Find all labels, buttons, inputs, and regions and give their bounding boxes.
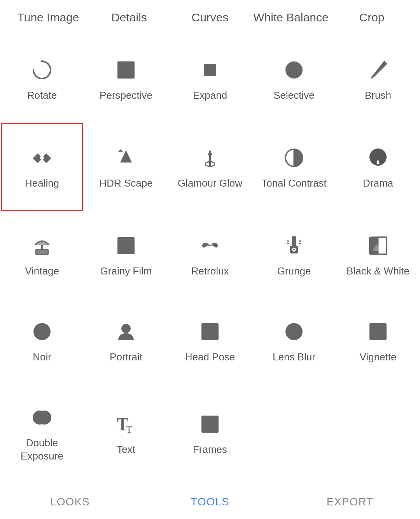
svg-rect-41 (292, 236, 296, 246)
lensblur-icon (280, 318, 308, 345)
bottom-nav: LOOKS TOOLS EXPORT (0, 487, 420, 519)
nav-export[interactable]: EXPORT (280, 496, 420, 508)
glamour-icon (196, 144, 224, 171)
tonal-icon (280, 144, 308, 171)
lensblur-label: Lens Blur (273, 351, 315, 364)
nav-looks[interactable]: LOOKS (0, 496, 140, 508)
text-label: Text (117, 443, 135, 456)
menu-details[interactable]: Details (89, 11, 170, 24)
frames-icon (196, 411, 224, 438)
frames-label: Frames (193, 443, 227, 456)
tool-expand[interactable]: Expand (168, 36, 252, 122)
tool-noir[interactable]: Noir (0, 298, 84, 384)
tool-retrolux[interactable]: Retrolux (168, 212, 252, 298)
tool-selective[interactable]: Selective (252, 36, 336, 122)
expand-icon (196, 56, 224, 84)
svg-point-54 (40, 330, 44, 333)
svg-text:T: T (126, 424, 132, 435)
grunge-label: Grunge (277, 265, 311, 278)
drama-icon (364, 144, 392, 171)
tool-black-white[interactable]: Black & White (336, 212, 420, 298)
svg-rect-39 (124, 250, 128, 253)
doubleexp-label: Double Exposure (4, 437, 80, 463)
healing-icon (28, 144, 56, 171)
svg-marker-20 (120, 150, 132, 163)
headpose-icon (196, 318, 224, 345)
hdr-label: HDR Scape (99, 177, 152, 190)
svg-rect-6 (204, 64, 216, 76)
tool-brush[interactable]: Brush (336, 36, 420, 122)
doubleexp-icon (28, 404, 56, 431)
perspective-label: Perspective (100, 89, 152, 102)
tool-text[interactable]: T T Text (84, 384, 168, 483)
vintage-label: Vintage (25, 265, 59, 278)
tool-portrait[interactable]: Portrait (84, 298, 168, 384)
vintage-icon (28, 232, 56, 259)
tool-vintage[interactable]: Vintage (0, 212, 84, 298)
bw-label: Black & White (346, 265, 410, 278)
tools-grid: Rotate Perspective Expand Selective (0, 32, 420, 487)
grainy-icon (112, 232, 140, 259)
healing-label: Healing (25, 177, 59, 190)
portrait-label: Portrait (110, 351, 142, 364)
tool-frames[interactable]: Frames (168, 384, 252, 483)
svg-rect-38 (119, 250, 122, 253)
retrolux-label: Retrolux (191, 265, 229, 278)
tool-healing[interactable]: Healing (1, 123, 83, 211)
menu-tune-image[interactable]: Tune Image (8, 11, 89, 24)
svg-rect-34 (130, 239, 133, 242)
bw-icon (364, 232, 392, 259)
noir-label: Noir (33, 351, 51, 364)
noir-icon (28, 318, 56, 345)
tool-perspective[interactable]: Perspective (84, 36, 168, 122)
tool-double-exposure[interactable]: Double Exposure (0, 384, 84, 483)
menu-curves[interactable]: Curves (170, 11, 250, 24)
grainy-label: Grainy Film (100, 265, 152, 278)
headpose-label: Head Pose (185, 351, 235, 364)
tool-vignette[interactable]: Vignette (336, 298, 420, 384)
rotate-icon (28, 56, 56, 84)
tool-grainy-film[interactable]: Grainy Film (84, 212, 168, 298)
svg-rect-40 (130, 250, 133, 253)
tonal-label: Tonal Contrast (261, 177, 327, 190)
nav-tools[interactable]: TOOLS (140, 496, 280, 508)
grunge-icon (280, 232, 308, 259)
svg-rect-32 (119, 239, 122, 242)
drama-label: Drama (363, 177, 393, 190)
tool-glamour-glow[interactable]: Glamour Glow (168, 122, 252, 212)
top-menu: Tune Image Details Curves White Balance … (0, 0, 420, 32)
svg-point-65 (37, 411, 51, 425)
svg-rect-33 (124, 239, 128, 242)
tool-grunge[interactable]: Grunge (252, 212, 336, 298)
menu-crop[interactable]: Crop (331, 11, 412, 24)
menu-white-balance[interactable]: White Balance (250, 11, 331, 24)
tool-lens-blur[interactable]: Lens Blur (252, 298, 336, 384)
tool-head-pose[interactable]: Head Pose (168, 298, 252, 384)
svg-rect-29 (41, 245, 43, 250)
brush-label: Brush (365, 89, 391, 102)
svg-rect-37 (130, 244, 133, 247)
text-icon: T T (112, 411, 140, 438)
retrolux-icon (196, 232, 224, 259)
tool-rotate[interactable]: Rotate (0, 36, 84, 122)
selective-label: Selective (273, 89, 315, 102)
glamour-label: Glamour Glow (178, 177, 242, 190)
vignette-icon (364, 318, 392, 345)
expand-label: Expand (193, 89, 227, 102)
tool-drama[interactable]: Drama (336, 122, 420, 212)
svg-point-16 (292, 68, 296, 72)
svg-point-63 (374, 328, 382, 336)
svg-rect-36 (124, 244, 128, 247)
svg-point-55 (121, 324, 131, 333)
tool-tonal-contrast[interactable]: Tonal Contrast (252, 122, 336, 212)
perspective-icon (112, 56, 140, 84)
svg-rect-30 (36, 250, 48, 254)
tool-hdr-scape[interactable]: HDR Scape (84, 122, 168, 212)
brush-icon (364, 56, 392, 84)
svg-rect-69 (205, 419, 215, 430)
svg-point-61 (292, 329, 296, 334)
svg-point-19 (40, 156, 44, 160)
rotate-label: Rotate (27, 89, 57, 102)
vignette-label: Vignette (360, 351, 397, 364)
svg-marker-21 (118, 149, 123, 152)
